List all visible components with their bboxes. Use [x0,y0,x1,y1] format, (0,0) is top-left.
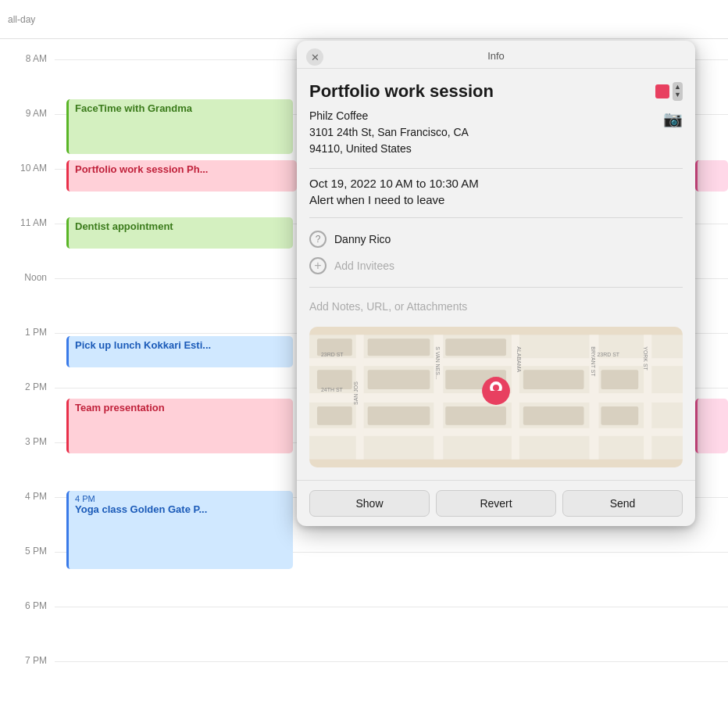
event-right2[interactable] [695,399,728,453]
location-address: 3101 24th St, San Francisco, CA [309,124,469,141]
add-invitees-label: Add Invitees [334,260,394,272]
allday-row: all-day [0,0,728,39]
time-slot: 7 PM [0,655,728,666]
svg-rect-21 [523,406,584,425]
close-icon: ✕ [311,52,319,63]
event-right1[interactable] [695,160,728,192]
svg-rect-18 [317,406,352,425]
svg-text:24TH ST: 24TH ST [321,387,344,392]
title-controls: ▲ ▼ [655,82,683,101]
time-slot: 6 PM [0,600,728,611]
svg-rect-16 [523,370,584,389]
svg-rect-11 [368,338,430,356]
invitee-name: Danny Rico [334,233,391,245]
svg-rect-2 [309,358,683,366]
popup-header-title: Info [487,50,505,62]
event-team[interactable]: Team presentation [66,399,293,453]
event-yoga[interactable]: 4 PMYoga class Golden Gate P... [66,491,293,569]
event-portfolio[interactable]: Portfolio work session Ph... [66,160,297,192]
popup-body: Portfolio work session ▲ ▼ Philz Coffee … [297,69,695,480]
time-label: 11 AM [0,217,55,228]
color-dot[interactable] [655,84,669,98]
event-dentist[interactable]: Dentist appointment [66,217,293,249]
event-main-title: Portfolio work session [309,81,494,102]
popup-footer: Show Revert Send [297,480,695,526]
alert-text: Alert when I need to leave [309,193,683,206]
notes-placeholder[interactable]: Add Notes, URL, or Attachments [309,295,683,317]
time-label: 6 PM [0,600,55,611]
close-button[interactable]: ✕ [306,48,323,66]
divider-3 [309,287,683,288]
svg-point-34 [493,385,499,391]
location-row: Philz Coffee 3101 24th St, San Francisco… [309,108,683,157]
time-label: Noon [0,272,55,283]
svg-text:ALABAMA: ALABAMA [516,346,522,372]
event-facetime[interactable]: FaceTime with Grandma [66,99,293,154]
datetime-text: Oct 19, 2022 10 AM to 10:30 AM [309,177,683,190]
event-title-row: Portfolio work session ▲ ▼ [309,81,683,102]
svg-text:SAN JOS: SAN JOS [353,381,359,405]
event-pickup[interactable]: Pick up lunch Kokkari Esti... [66,336,293,367]
svg-text:23RD ST: 23RD ST [321,352,344,357]
time-label: 3 PM [0,436,55,447]
time-label: 10 AM [0,163,55,174]
map-container[interactable]: 23RD ST 24TH ST S VAN NES... ALABAMA BRY… [309,327,683,467]
divider-2 [309,217,683,218]
video-icon[interactable]: 📷 [663,109,683,128]
svg-rect-4 [309,428,683,436]
time-label: 8 AM [0,53,55,64]
time-line [55,607,728,607]
svg-text:YORK ST: YORK ST [643,346,648,371]
stepper-button[interactable]: ▲ ▼ [673,82,683,101]
time-label: 5 PM [0,546,55,557]
time-label: 1 PM [0,327,55,338]
show-button[interactable]: Show [309,490,430,517]
time-label: 7 PM [0,655,55,666]
location-text: Philz Coffee 3101 24th St, San Francisco… [309,108,469,157]
add-invitees-row[interactable]: + Add Invitees [309,252,683,279]
svg-rect-12 [445,338,506,356]
svg-rect-14 [368,370,430,389]
svg-text:BRYANT ST: BRYANT ST [591,346,596,377]
time-line [55,661,728,662]
svg-rect-22 [601,406,638,425]
popup-header: ✕ Info [297,41,695,69]
time-label: 9 AM [0,108,55,119]
map-svg: 23RD ST 24TH ST S VAN NES... ALABAMA BRY… [309,327,683,467]
time-label: 2 PM [0,381,55,392]
svg-rect-19 [368,406,430,425]
send-button[interactable]: Send [562,490,683,517]
allday-label: all-day [8,14,35,25]
svg-rect-20 [445,406,506,425]
svg-rect-17 [601,370,638,389]
time-label: 4 PM [0,491,55,502]
info-popup: ✕ Info Portfolio work session ▲ ▼ Philz … [297,41,695,526]
add-invitees-icon: + [309,257,327,274]
invitee-row: ? Danny Rico [309,226,683,252]
svg-text:23RD ST: 23RD ST [597,352,619,357]
divider-1 [309,168,683,169]
svg-text:S VAN NES...: S VAN NES... [435,346,441,380]
location-name: Philz Coffee [309,108,469,124]
invitee-icon: ? [309,231,327,248]
revert-button[interactable]: Revert [436,490,556,517]
location-city: 94110, United States [309,141,469,157]
